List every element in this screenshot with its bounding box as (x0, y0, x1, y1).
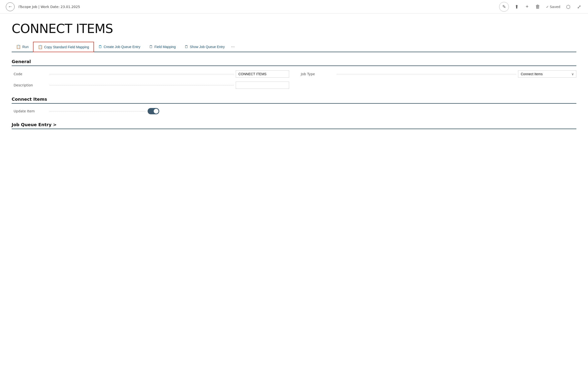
general-section-heading: General (12, 59, 576, 66)
external-link-button[interactable]: ⬡ (565, 3, 571, 11)
job-type-field-row: Job Type Connect Items Sync Items Export… (301, 70, 576, 78)
update-item-toggle-wrapper (148, 108, 159, 114)
update-item-toggle[interactable] (148, 108, 159, 114)
code-dots (50, 74, 234, 74)
description-input[interactable] (236, 82, 289, 89)
run-icon: 📋 (16, 45, 21, 49)
connect-items-section: Connect Items Update Item (12, 97, 576, 114)
code-input[interactable] (236, 70, 289, 78)
description-label: Description (14, 83, 48, 87)
toggle-slider (148, 108, 159, 114)
copy-icon: 📋 (38, 45, 43, 49)
code-label: Code (14, 72, 48, 76)
job-type-label: Job Type (301, 72, 335, 76)
general-section: General Code Job Type Connect Items Sync… (12, 59, 576, 89)
grid-spacer (301, 82, 576, 89)
show-job-queue-entry-button[interactable]: 🗒 Show Job Queue Entry (180, 42, 229, 51)
action-toolbar: 📋 Run 📋 Copy Standard Field Mapping 🗒 Cr… (12, 42, 576, 52)
field-mapping-button[interactable]: 🗒 Field Mapping (145, 42, 180, 51)
edit-button[interactable]: ✎ (499, 2, 509, 12)
add-button[interactable]: + (525, 3, 530, 10)
update-item-field-row: Update Item (14, 108, 159, 114)
back-button[interactable]: ← (6, 2, 15, 11)
code-field-row: Code (14, 70, 289, 78)
external-link-icon: ⬡ (566, 4, 570, 10)
update-item-label: Update Item (14, 109, 48, 113)
connect-items-section-heading: Connect Items (12, 97, 576, 104)
page-heading: CONNECT ITEMS (12, 21, 576, 36)
description-field-row: Description (14, 82, 289, 89)
job-type-select-wrapper: Connect Items Sync Items Export Items ∨ (518, 70, 576, 78)
expand-icon: ⤢ (577, 4, 581, 10)
show-queue-icon: 🗒 (184, 45, 188, 49)
delete-button[interactable]: 🗑 (534, 3, 541, 10)
expand-button[interactable]: ⤢ (576, 3, 582, 11)
main-content: CONNECT ITEMS 📋 Run 📋 Copy Standard Fiel… (0, 14, 588, 143)
share-button[interactable]: ⬆ (514, 3, 520, 11)
field-mapping-icon: 🗒 (149, 45, 153, 49)
create-job-queue-entry-button[interactable]: 🗒 Create Job Queue Entry (94, 42, 145, 51)
more-actions-button[interactable]: ··· (229, 42, 237, 52)
more-icon: ··· (231, 44, 235, 49)
chevron-right-icon: > (53, 122, 56, 127)
add-icon: + (526, 4, 529, 9)
top-actions: ✎ ⬆ + 🗑 ✓ Saved ⬡ ⤢ (499, 2, 582, 12)
top-bar: ← ITscope Job | Work Date: 23.01.2025 ✎ … (0, 0, 588, 14)
share-icon: ⬆ (515, 4, 519, 10)
job-type-select[interactable]: Connect Items Sync Items Export Items (518, 70, 576, 78)
topbar-title: ITscope Job | Work Date: 23.01.2025 (18, 5, 495, 9)
connect-items-fields: Update Item (12, 108, 576, 114)
edit-icon: ✎ (502, 4, 506, 9)
saved-check-icon: ✓ (546, 5, 549, 9)
job-type-dots (337, 74, 516, 74)
general-fields-grid: Code Job Type Connect Items Sync Items E… (12, 70, 576, 89)
update-item-dots (50, 111, 146, 111)
saved-status: ✓ Saved (546, 5, 560, 9)
copy-standard-field-mapping-button[interactable]: 📋 Copy Standard Field Mapping (33, 42, 94, 52)
delete-icon: 🗑 (535, 4, 540, 9)
description-dots (50, 85, 234, 85)
create-queue-icon: 🗒 (98, 45, 102, 49)
job-queue-section-heading[interactable]: Job Queue Entry > (12, 122, 576, 129)
run-button[interactable]: 📋 Run (12, 42, 33, 51)
back-icon: ← (8, 4, 12, 9)
job-queue-section: Job Queue Entry > (12, 122, 576, 129)
